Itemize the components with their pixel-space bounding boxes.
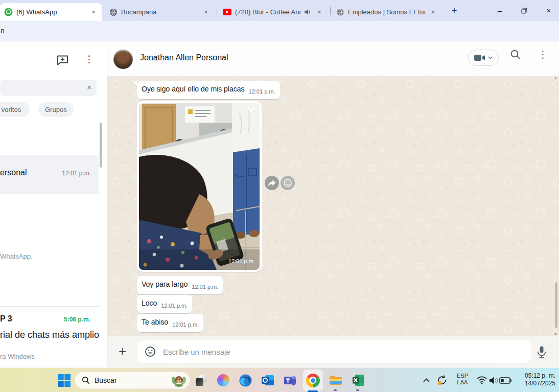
download-banner-title[interactable]: rial de chats más amplio xyxy=(0,330,99,340)
video-call-button[interactable] xyxy=(468,50,499,66)
tab-audio-icon[interactable] xyxy=(304,9,311,15)
filter-chip-grupos[interactable]: Grupos xyxy=(38,102,74,117)
sidebar-scrollbar-thumb[interactable] xyxy=(100,123,102,168)
clear-search-icon[interactable]: × xyxy=(87,83,91,91)
image-message-time: 12:01 p.m. xyxy=(228,257,255,266)
scroll-down-arrow[interactable]: ▼ xyxy=(554,332,557,336)
search-chats-input[interactable]: × xyxy=(0,80,97,96)
new-tab-button[interactable]: + xyxy=(448,4,461,17)
filter-chip-favoritos[interactable]: voritos xyxy=(0,102,30,117)
download-banner-subtitle: ra Windows xyxy=(0,353,35,360)
copilot-icon[interactable] xyxy=(216,373,230,387)
close-tab-icon[interactable]: × xyxy=(428,8,437,17)
message-column: Oye sigo aquí ello de mis placas12:01 p.… xyxy=(107,76,559,332)
chat-list-item-unread[interactable]: P 3 5:06 p.m. xyxy=(0,311,99,332)
divider xyxy=(0,306,100,307)
conversation-panel: Jonathan Allen Personal ⋮ xyxy=(107,42,559,367)
tab-label: (6) WhatsApp xyxy=(16,8,85,16)
contact-avatar[interactable] xyxy=(113,50,133,69)
window-close-button[interactable]: × xyxy=(537,0,559,21)
chat-time: 12:01 p.m. xyxy=(62,170,91,177)
scroll-up-arrow[interactable]: ▲ xyxy=(554,76,557,80)
attach-plus-icon[interactable]: + xyxy=(119,343,126,359)
tray-sync-icon[interactable] xyxy=(435,373,449,387)
message-time: 12:01 p.m. xyxy=(161,303,188,309)
message-text: Te abiso xyxy=(142,318,168,326)
tab-whatsapp[interactable]: (6) WhatsApp × xyxy=(0,3,102,21)
tab-separator xyxy=(217,7,217,15)
conversation-menu-icon[interactable]: ⋮ xyxy=(538,49,548,60)
tab-label: Empleados | Somos El Toro | xyxy=(348,8,425,16)
react-emoji-button[interactable] xyxy=(281,176,295,190)
tab-label: Bocampana xyxy=(121,8,198,16)
close-tab-icon[interactable]: × xyxy=(89,8,98,17)
forward-message-button[interactable] xyxy=(265,176,279,190)
incoming-message[interactable]: Oye sigo aquí ello de mis placas12:01 p.… xyxy=(137,81,280,99)
browser-toolbar: n ★ ⋮ xyxy=(0,21,559,41)
tray-date: 14/07/2025 xyxy=(514,380,555,387)
emoji-picker-icon[interactable] xyxy=(144,345,156,358)
windows-taskbar: Buscar ESP LAA xyxy=(0,367,559,392)
search-in-chat-icon[interactable] xyxy=(510,49,521,60)
chat-scrollbar-thumb[interactable] xyxy=(555,282,557,328)
excel-running-dot xyxy=(356,389,359,391)
taskbar-search[interactable]: Buscar xyxy=(75,372,190,389)
tab-separator xyxy=(330,7,331,15)
chrome-icon[interactable] xyxy=(306,373,320,387)
search-icon xyxy=(82,376,90,384)
new-chat-icon[interactable] xyxy=(56,53,69,67)
close-tab-icon[interactable]: × xyxy=(201,8,211,17)
chip-label: voritos xyxy=(2,106,21,113)
tab-youtube[interactable]: (720) Blur - Coffee And T × xyxy=(219,3,328,21)
chat-time-unread: 5:06 p.m. xyxy=(64,316,90,323)
edge-icon[interactable] xyxy=(238,373,252,387)
tab-empleados[interactable]: Empleados | Somos El Toro | × xyxy=(332,3,441,21)
incoming-message[interactable]: Te abiso12:01 p.m. xyxy=(137,314,203,332)
battery-icon[interactable] xyxy=(498,373,513,387)
task-view-icon[interactable] xyxy=(194,373,208,387)
incoming-image-message[interactable]: 12:01 p.m. xyxy=(137,101,262,272)
globe-favicon xyxy=(336,8,344,16)
tab-bocampana[interactable]: Bocampana × xyxy=(105,3,215,21)
message-time: 12:01 p.m. xyxy=(249,88,275,95)
message-text: Oye sigo aquí ello de mis placas xyxy=(142,85,245,93)
voice-message-icon[interactable] xyxy=(537,345,547,359)
message-photo[interactable]: 12:01 p.m. xyxy=(139,103,260,270)
tray-chevron-up-icon[interactable] xyxy=(419,373,433,387)
incoming-message[interactable]: Loco12:01 p.m. xyxy=(137,295,192,313)
chevron-down-icon xyxy=(488,56,493,59)
message-text: Loco xyxy=(142,299,157,307)
file-explorer-icon[interactable] xyxy=(329,373,343,387)
message-input[interactable]: Escribe un mensaje xyxy=(137,340,531,363)
tab-label: (720) Blur - Coffee And T xyxy=(235,8,300,16)
composer-placeholder: Escribe un mensaje xyxy=(163,348,230,356)
excel-icon[interactable] xyxy=(351,373,365,387)
teams-icon[interactable] xyxy=(283,373,297,387)
window-minimize-button[interactable]: – xyxy=(488,0,511,21)
tray-time: 05:12 p. m. xyxy=(514,372,555,380)
whatsapp-favicon xyxy=(4,8,13,16)
chat-name: P 3 xyxy=(0,314,12,324)
contact-name: Jonathan Allen Personal xyxy=(140,53,228,62)
search-label: Buscar xyxy=(95,376,167,384)
chat-name: ersonal xyxy=(0,168,27,177)
message-menu-chevron-icon[interactable] xyxy=(245,106,257,113)
message-time: 12:01 p.m. xyxy=(172,321,199,328)
close-tab-icon[interactable]: × xyxy=(315,8,324,17)
conversation-header[interactable]: Jonathan Allen Personal ⋮ xyxy=(107,42,559,76)
browser-tab-strip: (6) WhatsApp × Bocampana × (720) Blur - … xyxy=(0,0,559,21)
search-highlight-monkey-image[interactable] xyxy=(171,373,187,387)
language-indicator[interactable]: ESP LAA xyxy=(455,373,470,386)
message-composer: + Escribe un mensaje xyxy=(107,336,559,367)
sidebar-menu-icon[interactable]: ⋮ xyxy=(84,53,94,65)
chip-label: Grupos xyxy=(45,106,67,113)
chat-list-item-selected[interactable]: ersonal 12:01 p.m. xyxy=(0,155,99,194)
outlook-icon[interactable] xyxy=(261,373,275,387)
chat-list-sidebar: ⋮ × voritos Grupos ersonal 12:01 p.m. Wh… xyxy=(0,42,107,367)
start-button[interactable] xyxy=(57,373,71,387)
window-restore-button[interactable] xyxy=(513,0,536,21)
message-time: 12:01 p.m. xyxy=(192,284,218,290)
incoming-message[interactable]: Voy para largo12:01 p.m. xyxy=(137,276,223,294)
youtube-favicon xyxy=(223,9,231,15)
tray-clock[interactable]: 05:12 p. m. 14/07/2025 xyxy=(514,372,555,387)
